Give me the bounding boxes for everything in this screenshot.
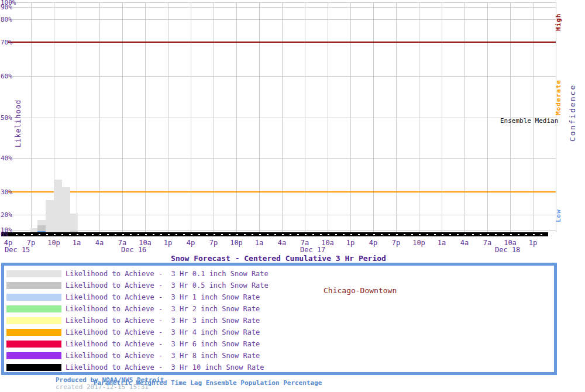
x-axis-tick [388,234,390,235]
legend-item: Likelihood to Achieve - 3 Hr 1 inch Snow… [6,294,533,301]
high-confidence-line [8,42,556,43]
x-tick-label: 7p [209,239,218,246]
x-axis-tick [426,234,428,235]
legend-item: Likelihood to Achieve - 3 Hr 6 inch Snow… [6,341,533,348]
v-gridline [305,2,305,232]
x-axis-tick [518,234,519,235]
x-axis-tick [434,234,436,235]
x-tick-label: 4p [369,239,377,246]
confidence-moderate-label: Moderate [555,79,562,116]
v-gridline [282,2,283,232]
legend-item-label: Likelihood to Achieve - 3 Hr 4 inch Snow… [66,328,260,336]
x-axis-tick [312,234,314,235]
x-axis-tick [46,234,48,235]
v-gridline [145,2,146,232]
v-gridline [419,2,419,232]
x-axis-tick [214,234,215,235]
y-tick-label: 30% [1,189,12,195]
x-axis-tick [449,234,451,235]
x-tick-label: 1a [438,239,446,246]
legend-item-label: Likelihood to Achieve - 3 Hr 1 inch Snow… [66,293,260,301]
x-axis-tick [487,234,489,235]
moderate-confidence-line [8,191,556,192]
v-gridline [99,2,100,232]
x-axis-tick [373,234,375,235]
legend-color-swatch [6,282,61,289]
y-tick-label: 60% [1,73,12,80]
legend-item: Likelihood to Achieve - 3 Hr 0.1 inch Sn… [6,270,533,277]
legend-color-swatch [6,294,61,301]
x-tick-label: 7a [483,239,491,246]
v-gridline [77,2,77,232]
x-tick-label: 10p [412,239,425,246]
x-axis-tick [541,234,542,235]
x-date-label: Dec 18 [495,246,520,253]
x-tick-label: 10p [47,239,60,246]
x-axis-tick [122,234,124,235]
x-axis-tick [335,234,337,235]
x-axis-tick [16,234,18,235]
x-axis-tick [92,234,94,235]
x-tick-label: 4a [95,239,104,246]
x-axis-tick [282,234,284,235]
x-axis-tick [137,234,139,235]
x-tick-label: 7p [392,239,400,246]
legend-item-label: Likelihood to Achieve - 3 Hr 0.1 inch Sn… [66,270,269,278]
x-date-label: Dec 17 [300,246,325,253]
x-axis-tick [145,234,147,235]
forecast-bar [62,187,70,232]
x-axis-tick [221,234,223,235]
legend-item-label: Likelihood to Achieve - 3 Hr 3 inch Snow… [66,317,260,325]
x-axis-tick [267,234,269,235]
v-gridline [464,2,465,232]
x-axis-tick [320,234,322,235]
ensemble-median-label: Ensemble Median [500,118,558,125]
x-axis-tick [464,234,466,235]
x-axis-tick [297,234,299,235]
y-axis-title: Likelihood [14,106,22,147]
legend-color-swatch [6,305,61,312]
x-axis-tick [533,234,535,235]
x-axis-tick [191,234,192,235]
x-axis-tick [274,234,276,235]
v-gridline [350,2,351,232]
x-axis-tick [457,234,459,235]
legend-item: Likelihood to Achieve - 3 Hr 3 inch Snow… [6,317,533,324]
legend-item-label: Likelihood to Achieve - 3 Hr 2 inch Snow… [66,305,260,313]
x-tick-label: 4a [278,239,286,246]
forecast-bar [70,214,78,232]
forecast-bar [30,228,37,232]
v-gridline [442,2,442,232]
x-axis-tick [23,234,25,235]
x-tick-label: 1a [255,239,263,246]
x-tick-label: 4p [187,239,195,246]
legend-item: Likelihood to Achieve - 3 Hr 4 inch Snow… [6,329,533,336]
legend-color-swatch [6,352,61,359]
x-axis-tick [61,234,63,235]
v-gridline [191,2,191,232]
forecast-bar [46,200,54,232]
legend-item-label: Likelihood to Achieve - 3 Hr 8 inch Snow… [66,352,260,360]
x-axis-tick [305,234,307,235]
forecast-bar [54,180,62,232]
x-axis-tick [39,234,40,235]
x-axis-tick [99,234,101,235]
x-axis-tick [236,234,238,235]
chart-plot-area: 100%90%80%70%60%50%40%30%20%10%0%4p7p10p… [0,0,585,254]
v-gridline [31,2,32,232]
x-axis-tick [77,234,78,235]
legend-item-label: Likelihood to Achieve - 3 Hr 10 inch Sno… [66,363,264,372]
x-axis-tick [503,234,504,235]
v-gridline [328,2,328,232]
x-axis-tick [381,234,383,235]
y-tick-label: 40% [1,155,12,161]
v-gridline [214,2,214,232]
y-tick-label: 90% [1,4,12,11]
y-tick-label: 70% [1,39,12,46]
y-tick-label: 50% [1,115,12,121]
x-axis-tick [153,234,154,235]
x-axis-tick [442,234,443,235]
x-axis-tick [358,234,360,235]
x-axis-tick [350,234,352,235]
v-gridline [487,2,488,232]
